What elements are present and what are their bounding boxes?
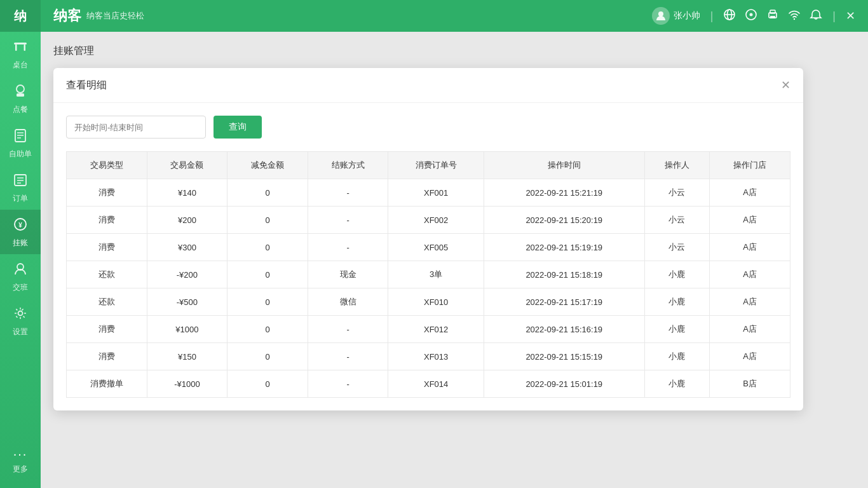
more-label: 更多 bbox=[13, 464, 28, 475]
sidebar-label-shift: 交班 bbox=[13, 282, 28, 293]
table-cell: XF005 bbox=[388, 234, 484, 261]
table-cell: 0 bbox=[227, 316, 308, 343]
table-cell: -¥200 bbox=[147, 261, 227, 288]
table-cell: 消费 bbox=[67, 179, 147, 207]
sidebar-item-selforder[interactable]: 自助单 bbox=[0, 121, 41, 165]
table-cell: A店 bbox=[710, 234, 790, 261]
svg-rect-2 bbox=[24, 44, 26, 51]
main-area: 纳客 纳客当店史轻松 张小帅 | bbox=[41, 0, 868, 488]
table-body: 消费¥1400-XF0012022-09-21 15:21:19小云A店消费¥2… bbox=[67, 179, 790, 398]
wifi-icon[interactable] bbox=[788, 8, 801, 24]
table-cell: 0 bbox=[227, 288, 308, 316]
sidebar-label-settings: 设置 bbox=[13, 327, 28, 337]
more-button[interactable]: ··· 更多 bbox=[0, 438, 41, 483]
column-header: 结账方式 bbox=[308, 152, 388, 179]
table-cell: 消费 bbox=[67, 234, 147, 261]
table-row: 消费¥1500-XF0132022-09-21 15:15:19小鹿A店 bbox=[67, 343, 790, 370]
table-cell: 小鹿 bbox=[644, 288, 710, 316]
table-cell: XF001 bbox=[388, 179, 484, 207]
svg-text:¥: ¥ bbox=[18, 222, 22, 229]
app-logo: 纳客 纳客当店史轻松 bbox=[53, 6, 144, 25]
table-cell: 还款 bbox=[67, 261, 147, 288]
table-cell[interactable]: 3单 bbox=[388, 261, 484, 288]
sidebar-label-credit: 挂账 bbox=[13, 238, 28, 248]
svg-rect-0 bbox=[14, 43, 27, 44]
query-button[interactable]: 查询 bbox=[214, 116, 262, 139]
table-cell: ¥300 bbox=[147, 234, 227, 261]
shift-icon bbox=[12, 261, 29, 280]
table-cell: 2022-09-21 15:17:19 bbox=[484, 288, 644, 316]
sidebar-item-settings[interactable]: 设置 bbox=[0, 299, 41, 343]
sidebar-item-order[interactable]: 点餐 bbox=[0, 76, 41, 121]
sidebar-label-orders: 订单 bbox=[13, 193, 28, 204]
svg-rect-1 bbox=[15, 44, 17, 51]
orders-icon bbox=[12, 172, 29, 191]
column-header: 操作时间 bbox=[484, 152, 644, 179]
table-cell: 消费 bbox=[67, 316, 147, 343]
print-icon[interactable] bbox=[766, 8, 779, 24]
table-cell: 0 bbox=[227, 343, 308, 370]
table-row: 消费撤单-¥10000-XF0142022-09-21 15:01:19小鹿B店 bbox=[67, 370, 790, 398]
modal-header: 查看明细 ✕ bbox=[53, 68, 803, 103]
header-icons bbox=[723, 8, 822, 24]
table-cell: 消费 bbox=[67, 343, 147, 370]
search-bar: 查询 bbox=[66, 116, 790, 139]
table-cell: - bbox=[308, 343, 388, 370]
selforder-icon bbox=[12, 127, 29, 146]
table-cell: - bbox=[308, 370, 388, 398]
modal: 查看明细 ✕ 查询 交易类型交易金额减免金额结账方式消费订单号操作时间操作人操作… bbox=[53, 68, 803, 410]
table-icon bbox=[12, 38, 29, 57]
svg-point-17 bbox=[658, 11, 663, 17]
data-table: 交易类型交易金额减免金额结账方式消费订单号操作时间操作人操作门店 消费¥1400… bbox=[66, 151, 790, 398]
modal-close-button[interactable]: ✕ bbox=[781, 78, 790, 92]
sidebar-item-shift[interactable]: 交班 bbox=[0, 254, 41, 299]
column-header: 交易金额 bbox=[147, 152, 227, 179]
order-icon bbox=[12, 83, 29, 102]
svg-rect-25 bbox=[770, 16, 775, 18]
column-header: 减免金额 bbox=[227, 152, 308, 179]
column-header: 操作门店 bbox=[710, 152, 790, 179]
sidebar-item-orders[interactable]: 订单 bbox=[0, 165, 41, 210]
table-row: 还款-¥5000微信XF0102022-09-21 15:17:19小鹿A店 bbox=[67, 288, 790, 316]
close-button[interactable]: ✕ bbox=[846, 9, 855, 23]
table-cell: 2022-09-21 15:18:19 bbox=[484, 261, 644, 288]
table-cell: 小鹿 bbox=[644, 370, 710, 398]
sidebar-label-selforder: 自助单 bbox=[9, 149, 32, 159]
sidebar-item-credit[interactable]: ¥ 挂账 bbox=[0, 210, 41, 254]
table-cell: ¥1000 bbox=[147, 316, 227, 343]
table-cell: 消费 bbox=[67, 207, 147, 234]
table-cell: 0 bbox=[227, 234, 308, 261]
table-cell: -¥500 bbox=[147, 288, 227, 316]
table-cell: - bbox=[308, 316, 388, 343]
svg-point-3 bbox=[17, 85, 24, 93]
table-cell: ¥200 bbox=[147, 207, 227, 234]
table-cell: 2022-09-21 15:01:19 bbox=[484, 370, 644, 398]
table-row: 消费¥1400-XF0012022-09-21 15:21:19小云A店 bbox=[67, 179, 790, 207]
table-cell: 2022-09-21 15:21:19 bbox=[484, 179, 644, 207]
date-range-input[interactable] bbox=[66, 116, 206, 139]
table-cell: XF012 bbox=[388, 316, 484, 343]
table-row: 消费¥3000-XF0052022-09-21 15:19:19小云A店 bbox=[67, 234, 790, 261]
column-header: 操作人 bbox=[644, 152, 710, 179]
app-slogan: 纳客当店史轻松 bbox=[86, 10, 144, 22]
table-cell: A店 bbox=[710, 343, 790, 370]
table-cell: XF014 bbox=[388, 370, 484, 398]
sidebar-label-table: 桌台 bbox=[13, 60, 28, 71]
page-content: 挂账管理 查看明细 ✕ 查询 交易类型交易金额减免金额结账方式消费订单号操作时间… bbox=[41, 32, 868, 488]
table-cell: 消费撤单 bbox=[67, 370, 147, 398]
svg-point-22 bbox=[750, 13, 753, 16]
table-row: 还款-¥2000现金3单2022-09-21 15:18:19小鹿A店 bbox=[67, 261, 790, 288]
table-cell: -¥1000 bbox=[147, 370, 227, 398]
bell-icon[interactable] bbox=[810, 8, 822, 24]
column-header: 消费订单号 bbox=[388, 152, 484, 179]
table-cell: XF002 bbox=[388, 207, 484, 234]
table-cell: 2022-09-21 15:16:19 bbox=[484, 316, 644, 343]
table-cell: 现金 bbox=[308, 261, 388, 288]
settings-icon bbox=[12, 305, 29, 324]
table-cell: 0 bbox=[227, 207, 308, 234]
header-right: 张小帅 | bbox=[652, 7, 855, 25]
message-icon[interactable] bbox=[745, 8, 757, 24]
globe-icon[interactable] bbox=[723, 8, 736, 24]
sidebar-item-table[interactable]: 桌台 bbox=[0, 32, 41, 76]
table-cell: A店 bbox=[710, 261, 790, 288]
